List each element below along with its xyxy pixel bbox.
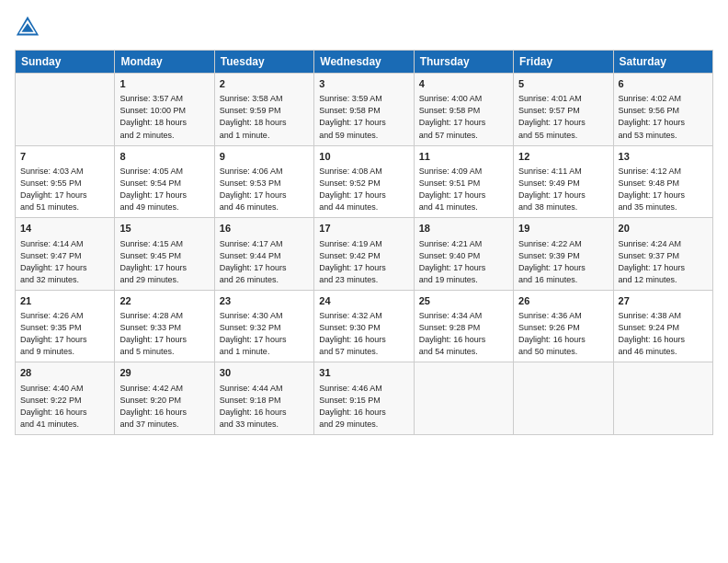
calendar-cell: 4Sunrise: 4:00 AMSunset: 9:58 PMDaylight… bbox=[414, 74, 513, 146]
day-number: 17 bbox=[319, 222, 408, 236]
calendar-cell: 24Sunrise: 4:32 AMSunset: 9:30 PMDayligh… bbox=[314, 290, 414, 362]
day-number: 18 bbox=[419, 222, 508, 236]
day-number: 22 bbox=[119, 294, 209, 308]
col-header-friday: Friday bbox=[514, 51, 613, 74]
calendar-cell: 29Sunrise: 4:42 AMSunset: 9:20 PMDayligh… bbox=[115, 362, 214, 435]
calendar-cell: 15Sunrise: 4:15 AMSunset: 9:45 PMDayligh… bbox=[115, 218, 214, 291]
cell-content: Sunrise: 4:19 AMSunset: 9:42 PMDaylight:… bbox=[319, 238, 408, 286]
header-row: SundayMondayTuesdayWednesdayThursdayFrid… bbox=[16, 51, 713, 74]
calendar-row: 7Sunrise: 4:03 AMSunset: 9:55 PMDaylight… bbox=[16, 145, 713, 218]
calendar-cell: 13Sunrise: 4:12 AMSunset: 9:48 PMDayligh… bbox=[613, 145, 712, 218]
calendar-cell: 23Sunrise: 4:30 AMSunset: 9:32 PMDayligh… bbox=[214, 290, 313, 362]
day-number: 29 bbox=[119, 366, 209, 380]
cell-content: Sunrise: 4:09 AMSunset: 9:51 PMDaylight:… bbox=[419, 166, 508, 213]
calendar-row: 21Sunrise: 4:26 AMSunset: 9:35 PMDayligh… bbox=[16, 290, 713, 362]
cell-content: Sunrise: 4:05 AMSunset: 9:54 PMDaylight:… bbox=[119, 166, 209, 213]
calendar-cell: 26Sunrise: 4:36 AMSunset: 9:26 PMDayligh… bbox=[514, 290, 613, 362]
day-number: 12 bbox=[518, 150, 608, 164]
calendar-cell: 20Sunrise: 4:24 AMSunset: 9:37 PMDayligh… bbox=[613, 218, 712, 291]
calendar-cell: 25Sunrise: 4:34 AMSunset: 9:28 PMDayligh… bbox=[414, 290, 513, 362]
day-number: 13 bbox=[619, 150, 708, 164]
cell-content: Sunrise: 3:59 AMSunset: 9:58 PMDaylight:… bbox=[319, 93, 408, 141]
calendar-cell: 3Sunrise: 3:59 AMSunset: 9:58 PMDaylight… bbox=[314, 74, 414, 146]
day-number: 23 bbox=[220, 294, 309, 308]
calendar-cell: 11Sunrise: 4:09 AMSunset: 9:51 PMDayligh… bbox=[414, 145, 513, 218]
cell-content: Sunrise: 4:24 AMSunset: 9:37 PMDaylight:… bbox=[619, 238, 708, 286]
header bbox=[15, 15, 713, 40]
day-number: 2 bbox=[220, 77, 309, 91]
cell-content: Sunrise: 4:34 AMSunset: 9:28 PMDaylight:… bbox=[419, 310, 508, 358]
calendar-cell bbox=[16, 74, 115, 146]
cell-content: Sunrise: 4:42 AMSunset: 9:20 PMDaylight:… bbox=[119, 383, 209, 431]
cell-content: Sunrise: 4:08 AMSunset: 9:52 PMDaylight:… bbox=[319, 166, 408, 213]
cell-content: Sunrise: 4:01 AMSunset: 9:57 PMDaylight:… bbox=[518, 93, 608, 141]
day-number: 4 bbox=[419, 77, 508, 91]
calendar-cell: 18Sunrise: 4:21 AMSunset: 9:40 PMDayligh… bbox=[414, 218, 513, 291]
calendar-cell: 19Sunrise: 4:22 AMSunset: 9:39 PMDayligh… bbox=[514, 218, 613, 291]
day-number: 28 bbox=[20, 366, 109, 380]
day-number: 24 bbox=[319, 294, 408, 308]
day-number: 25 bbox=[419, 294, 508, 308]
day-number: 8 bbox=[119, 150, 209, 164]
calendar-cell: 10Sunrise: 4:08 AMSunset: 9:52 PMDayligh… bbox=[314, 145, 414, 218]
cell-content: Sunrise: 4:21 AMSunset: 9:40 PMDaylight:… bbox=[419, 238, 508, 286]
col-header-saturday: Saturday bbox=[613, 51, 712, 74]
calendar-row: 1Sunrise: 3:57 AMSunset: 10:00 PMDayligh… bbox=[16, 74, 713, 146]
calendar-cell bbox=[514, 362, 613, 435]
calendar-table: SundayMondayTuesdayWednesdayThursdayFrid… bbox=[15, 50, 713, 435]
col-header-monday: Monday bbox=[115, 51, 214, 74]
cell-content: Sunrise: 4:00 AMSunset: 9:58 PMDaylight:… bbox=[419, 93, 508, 141]
cell-content: Sunrise: 4:22 AMSunset: 9:39 PMDaylight:… bbox=[518, 238, 608, 286]
calendar-cell: 2Sunrise: 3:58 AMSunset: 9:59 PMDaylight… bbox=[214, 74, 313, 146]
cell-content: Sunrise: 4:11 AMSunset: 9:49 PMDaylight:… bbox=[518, 166, 608, 213]
day-number: 6 bbox=[619, 77, 708, 91]
day-number: 15 bbox=[119, 222, 209, 236]
cell-content: Sunrise: 4:03 AMSunset: 9:55 PMDaylight:… bbox=[20, 166, 109, 213]
cell-content: Sunrise: 4:06 AMSunset: 9:53 PMDaylight:… bbox=[220, 166, 309, 213]
day-number: 11 bbox=[419, 150, 508, 164]
day-number: 19 bbox=[518, 222, 608, 236]
calendar-cell: 27Sunrise: 4:38 AMSunset: 9:24 PMDayligh… bbox=[613, 290, 712, 362]
calendar-cell bbox=[414, 362, 513, 435]
calendar-cell: 6Sunrise: 4:02 AMSunset: 9:56 PMDaylight… bbox=[613, 74, 712, 146]
col-header-wednesday: Wednesday bbox=[314, 51, 414, 74]
day-number: 31 bbox=[319, 366, 408, 380]
calendar-cell: 5Sunrise: 4:01 AMSunset: 9:57 PMDaylight… bbox=[514, 74, 613, 146]
day-number: 10 bbox=[319, 150, 408, 164]
day-number: 3 bbox=[319, 77, 408, 91]
calendar-cell: 8Sunrise: 4:05 AMSunset: 9:54 PMDaylight… bbox=[115, 145, 214, 218]
cell-content: Sunrise: 4:32 AMSunset: 9:30 PMDaylight:… bbox=[319, 310, 408, 358]
day-number: 5 bbox=[518, 77, 608, 91]
day-number: 27 bbox=[619, 294, 708, 308]
calendar-cell: 31Sunrise: 4:46 AMSunset: 9:15 PMDayligh… bbox=[314, 362, 414, 435]
cell-content: Sunrise: 4:02 AMSunset: 9:56 PMDaylight:… bbox=[619, 93, 708, 141]
cell-content: Sunrise: 3:57 AMSunset: 10:00 PMDaylight… bbox=[119, 93, 209, 141]
cell-content: Sunrise: 4:17 AMSunset: 9:44 PMDaylight:… bbox=[220, 238, 309, 286]
cell-content: Sunrise: 4:46 AMSunset: 9:15 PMDaylight:… bbox=[319, 383, 408, 431]
day-number: 14 bbox=[20, 222, 109, 236]
cell-content: Sunrise: 4:30 AMSunset: 9:32 PMDaylight:… bbox=[220, 310, 309, 358]
day-number: 9 bbox=[220, 150, 309, 164]
cell-content: Sunrise: 4:14 AMSunset: 9:47 PMDaylight:… bbox=[20, 238, 109, 286]
calendar-cell: 7Sunrise: 4:03 AMSunset: 9:55 PMDaylight… bbox=[16, 145, 115, 218]
calendar-cell: 12Sunrise: 4:11 AMSunset: 9:49 PMDayligh… bbox=[514, 145, 613, 218]
cell-content: Sunrise: 4:44 AMSunset: 9:18 PMDaylight:… bbox=[220, 383, 309, 431]
day-number: 16 bbox=[220, 222, 309, 236]
cell-content: Sunrise: 4:15 AMSunset: 9:45 PMDaylight:… bbox=[119, 238, 209, 286]
calendar-cell: 16Sunrise: 4:17 AMSunset: 9:44 PMDayligh… bbox=[214, 218, 313, 291]
cell-content: Sunrise: 4:36 AMSunset: 9:26 PMDaylight:… bbox=[518, 310, 608, 358]
cell-content: Sunrise: 4:38 AMSunset: 9:24 PMDaylight:… bbox=[619, 310, 708, 358]
day-number: 20 bbox=[619, 222, 708, 236]
cell-content: Sunrise: 3:58 AMSunset: 9:59 PMDaylight:… bbox=[220, 93, 309, 141]
cell-content: Sunrise: 4:12 AMSunset: 9:48 PMDaylight:… bbox=[619, 166, 708, 213]
calendar-cell: 28Sunrise: 4:40 AMSunset: 9:22 PMDayligh… bbox=[16, 362, 115, 435]
calendar-cell: 14Sunrise: 4:14 AMSunset: 9:47 PMDayligh… bbox=[16, 218, 115, 291]
day-number: 26 bbox=[518, 294, 608, 308]
logo-icon bbox=[15, 15, 40, 40]
day-number: 1 bbox=[119, 77, 209, 91]
logo bbox=[15, 15, 44, 40]
calendar-cell: 22Sunrise: 4:28 AMSunset: 9:33 PMDayligh… bbox=[115, 290, 214, 362]
col-header-tuesday: Tuesday bbox=[214, 51, 313, 74]
cell-content: Sunrise: 4:28 AMSunset: 9:33 PMDaylight:… bbox=[119, 310, 209, 358]
calendar-cell: 21Sunrise: 4:26 AMSunset: 9:35 PMDayligh… bbox=[16, 290, 115, 362]
